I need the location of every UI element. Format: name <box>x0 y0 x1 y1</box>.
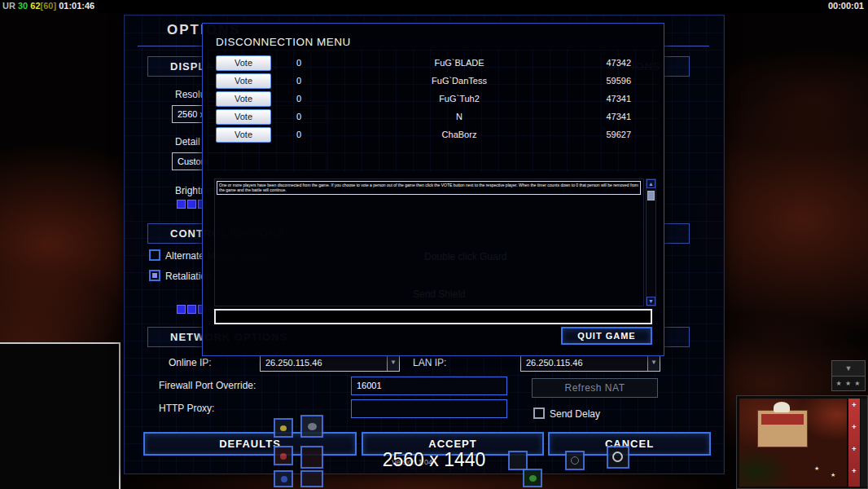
send-delay-label: Send Delay <box>550 408 600 420</box>
command-button[interactable] <box>274 418 293 438</box>
firewall-port-value: 16001 <box>357 381 382 390</box>
collapse-arrow-icon: ▼ <box>845 364 853 372</box>
stat-value: 62 <box>30 1 40 11</box>
lan-ip-value: 26.250.115.46 <box>526 358 583 368</box>
player-row: Vote 0 N 47341 <box>203 109 665 127</box>
bottom-left-panel <box>0 342 121 489</box>
player-ping: 59627 <box>576 130 631 139</box>
scroll-speed-step-2[interactable] <box>187 305 196 314</box>
command-icon <box>612 452 623 462</box>
info-scrollbar[interactable]: ▲ ▼ <box>646 178 656 306</box>
ur-label: UR <box>2 1 15 11</box>
vote-button[interactable]: Vote <box>216 109 271 125</box>
player-name: FuG`Tuh2 <box>341 94 577 104</box>
command-icon <box>281 476 287 482</box>
map-star-icon: ★ <box>814 465 819 472</box>
minimap-panel: ★ ★ + + + + <box>736 395 868 489</box>
command-button[interactable] <box>300 470 323 487</box>
scrollbar-thumb[interactable] <box>647 191 655 200</box>
vote-button[interactable]: Vote <box>216 55 271 71</box>
detail-label: Detail <box>175 136 200 148</box>
disconnect-info-area: One or more players have been disconnect… <box>214 178 644 306</box>
send-delay-checkbox[interactable] <box>533 408 545 419</box>
online-ip-dropdown[interactable]: 26.250.115.46 ▼ <box>260 354 400 372</box>
vote-button[interactable]: Vote <box>216 91 271 107</box>
health-bar-strip: + + + + <box>848 399 860 487</box>
retaliation-checkbox[interactable] <box>149 270 160 281</box>
player-name: FuG`DanTess <box>341 76 577 86</box>
vote-count: 0 <box>289 76 309 86</box>
scroll-speed-step-1[interactable] <box>177 305 186 314</box>
alternate-mouse-checkbox[interactable] <box>149 249 160 261</box>
countdown-timer: 00:00:01 <box>828 1 864 11</box>
checkbox-check-mark <box>152 273 157 278</box>
disconnection-menu-dialog: DISCONNECTION MENU Vote 0 FuG`BLADE 4734… <box>202 23 664 356</box>
rank-stars-badge[interactable]: ★ ★ ★ <box>831 376 866 391</box>
dropdown-arrow-icon[interactable]: ▼ <box>387 355 399 371</box>
player-row: Vote 0 FuG`DanTess 59596 <box>203 73 665 91</box>
minimap-building-dome <box>774 402 790 412</box>
command-button[interactable] <box>274 470 293 487</box>
resolution-osd: 2560 x 1440 <box>312 449 556 471</box>
quit-game-button[interactable]: QUIT GAME <box>561 327 652 345</box>
cross-icon: + <box>848 423 860 431</box>
cross-icon: + <box>848 467 860 475</box>
lan-ip-label: LAN IP: <box>413 357 446 368</box>
player-name: ChaBorz <box>341 130 577 139</box>
minimap-view[interactable]: ★ ★ <box>739 399 847 487</box>
command-icon <box>280 425 287 431</box>
online-ip-label: Online IP: <box>169 357 212 368</box>
vote-count: 0 <box>289 112 309 121</box>
chat-input[interactable] <box>214 309 652 324</box>
refresh-nat-button[interactable]: Refresh NAT <box>532 378 658 398</box>
command-icon <box>529 475 537 482</box>
command-icon <box>308 423 317 430</box>
firewall-port-label: Firewall Port Override: <box>159 380 256 391</box>
game-screen: UR 30 62[60] 01:01:46 00:00:01 OPTIONS D… <box>0 0 868 489</box>
stars-icon: ★ ★ ★ <box>836 380 861 387</box>
game-clock: 01:01:46 <box>59 1 94 11</box>
command-button[interactable] <box>300 415 323 438</box>
command-icon <box>280 453 287 460</box>
player-row: Vote 0 ChaBorz 59627 <box>203 127 665 145</box>
online-ip-value: 26.250.115.46 <box>265 358 322 368</box>
player-row: Vote 0 FuG`Tuh2 47341 <box>203 91 665 109</box>
command-icon <box>571 456 579 465</box>
command-button[interactable] <box>523 469 542 487</box>
firewall-port-input[interactable]: 16001 <box>351 377 507 395</box>
disconnection-menu-title: DISCONNECTION MENU <box>216 36 351 48</box>
stat-cap-value: [60] <box>41 1 57 11</box>
minimap-building-roof <box>761 414 804 425</box>
minimap-side-strip <box>861 399 867 487</box>
brightness-step-1[interactable] <box>177 200 186 209</box>
brightness-step-2[interactable] <box>187 200 196 209</box>
player-ping: 59596 <box>576 76 631 86</box>
dropdown-arrow-icon[interactable]: ▼ <box>647 355 660 371</box>
disconnect-info-box: One or more players have been disconnect… <box>217 181 641 195</box>
player-ping: 47341 <box>576 94 631 104</box>
vote-count: 0 <box>289 94 309 104</box>
lan-ip-dropdown[interactable]: 26.250.115.46 ▼ <box>520 354 660 372</box>
command-button[interactable] <box>565 451 585 470</box>
vote-button[interactable]: Vote <box>216 127 271 143</box>
fps-value: 30 <box>18 1 28 11</box>
player-ping: 47342 <box>576 58 631 68</box>
top-status-bar: UR 30 62[60] 01:01:46 00:00:01 <box>0 0 868 13</box>
command-button[interactable] <box>607 446 629 469</box>
scroll-up-icon[interactable]: ▲ <box>647 179 655 188</box>
vote-count: 0 <box>289 58 309 68</box>
player-name: FuG`BLADE <box>341 58 577 68</box>
vote-button[interactable]: Vote <box>216 73 271 89</box>
performance-readout: UR 30 62[60] 01:01:46 <box>2 1 94 11</box>
cross-icon: + <box>848 445 860 453</box>
scroll-down-icon[interactable]: ▼ <box>647 297 655 306</box>
cross-icon: + <box>848 401 860 409</box>
sidebar-collapse-button[interactable]: ▼ <box>831 360 866 377</box>
player-name: N <box>341 112 577 121</box>
http-proxy-input[interactable] <box>351 399 507 418</box>
player-row: Vote 0 FuG`BLADE 47342 <box>203 55 665 73</box>
player-ping: 47341 <box>576 112 631 121</box>
http-proxy-label: HTTP Proxy: <box>159 403 214 414</box>
vote-count: 0 <box>289 130 309 139</box>
command-button[interactable] <box>274 446 293 465</box>
